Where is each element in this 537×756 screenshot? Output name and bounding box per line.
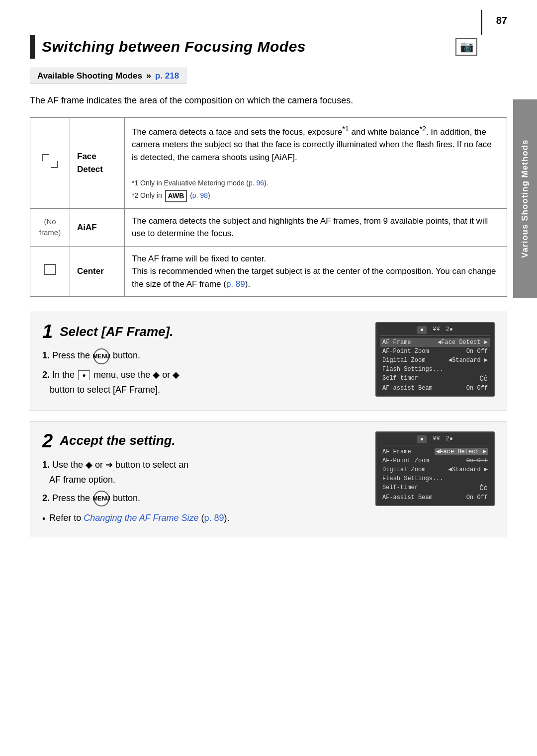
screen1-row-flash: Flash Settings... — [380, 365, 490, 374]
page-number-line — [481, 10, 482, 35]
screen2-tab-camera: ● — [417, 435, 427, 443]
table-name-center: Center — [70, 246, 125, 297]
step2-instruction1: 1. Use the ◆ or ➔ button to select an AF… — [42, 457, 365, 488]
screen1-row-afframe: AF Frame ◄Face Detect ► — [380, 338, 490, 347]
screen1-row-selftimer: Self-timer Ċċ — [380, 374, 490, 384]
step1-left: 1 Select [AF Frame]. 1. Press the MENU b… — [42, 322, 365, 400]
screen1-row-digitalzoom: Digital Zoom ◄Standard ► — [380, 356, 490, 365]
step2-bullet: • Refer to Changing the AF Frame Size (p… — [42, 510, 365, 527]
step2-content: 1. Use the ◆ or ➔ button to select an AF… — [42, 457, 365, 527]
menu-button-icon2: MENU — [93, 491, 109, 506]
camera-dot-icon: ● — [78, 370, 90, 380]
screen1-header: ● ¥¥ 2● — [380, 326, 490, 336]
table-icon-face-detect — [30, 118, 70, 209]
page-number: 87 — [496, 15, 507, 26]
intro-paragraph: The AF frame indicates the area of the c… — [30, 94, 507, 107]
or-text: or — [162, 370, 170, 380]
screen2-row-afzoom: AF-Point Zoom On Off — [380, 456, 490, 465]
screen2-row-selftimer: Self-timer Ċċ — [380, 483, 490, 493]
step2-page-link[interactable]: p. 89 — [204, 513, 224, 523]
screen1-row-afzoom: AF-Point Zoom On Off — [380, 347, 490, 356]
screen2-header: ● ¥¥ 2● — [380, 435, 490, 445]
screen1-tab-camera: ● — [417, 326, 427, 334]
camera-icon-box: 📷 — [455, 38, 477, 56]
modes-bar-arrow: » — [146, 71, 151, 81]
awb-icon: AWB — [165, 190, 187, 202]
step1-number: 1 — [42, 322, 53, 341]
menu-button-icon: MENU — [93, 348, 109, 364]
modes-bar-link[interactable]: p. 218 — [155, 71, 179, 81]
screen2-row-afbeam: AF-assist Beam On Off — [380, 493, 490, 502]
screen1-row-afbeam: AF-assist Beam On Off — [380, 384, 490, 393]
screen2-row-afframe: AF Frame ◄Face Detect ► — [380, 447, 490, 456]
screen1-tab-settings: ¥¥ — [433, 326, 440, 334]
step2-section: 2 Accept the setting. 1. Use the ◆ or ➔ … — [30, 421, 507, 537]
step2-screen-container: ● ¥¥ 2● AF Frame ◄Face Detect ► AF-Point… — [375, 431, 495, 527]
step1-instruction2: 2. In the ● menu, use the ◆ or ◆ button … — [42, 367, 365, 398]
table-row: (No frame) AiAF The camera detects the s… — [30, 208, 507, 246]
bracket-icon — [42, 154, 58, 168]
table-desc-face-detect: The camera detects a face and sets the f… — [125, 118, 507, 209]
screen2-row-digitalzoom: Digital Zoom ◄Standard ► — [380, 465, 490, 474]
face-detect-note2: *2 Only in AWB (p. 98) — [132, 191, 210, 199]
table-name-aiaf: AiAF — [70, 208, 125, 246]
screen2-tab-scene: 2● — [446, 435, 453, 443]
modes-bar: Available Shooting Modes » p. 218 — [30, 68, 186, 84]
page-title: Switching between Focusing Modes — [42, 38, 306, 55]
step1-title: Select [AF Frame]. — [60, 324, 173, 339]
title-bar — [30, 35, 35, 59]
table-row: FaceDetect The camera detects a face and… — [30, 118, 507, 209]
changing-af-frame-link[interactable]: Changing the AF Frame Size — [84, 513, 198, 523]
page-container: 87 Various Shooting Methods Switching be… — [0, 0, 537, 756]
step1-section: 1 Select [AF Frame]. 1. Press the MENU b… — [30, 312, 507, 411]
step1-instruction1: 1. Press the MENU button. — [42, 348, 365, 364]
title-section: Switching between Focusing Modes 📷 — [30, 35, 507, 59]
table-desc-center: The AF frame will be fixed to center. Th… — [125, 246, 507, 297]
step2-camera-screen: ● ¥¥ 2● AF Frame ◄Face Detect ► AF-Point… — [375, 431, 495, 506]
sidebar-label: Various Shooting Methods — [513, 99, 537, 298]
center-frame-icon — [44, 264, 56, 275]
table-name-face-detect: FaceDetect — [70, 118, 125, 209]
step2-title: Accept the setting. — [60, 433, 176, 448]
bullet-dot: • — [42, 511, 45, 527]
step2-bullet-text: Refer to Changing the AF Frame Size (p. … — [49, 510, 229, 527]
center-link[interactable]: p. 89 — [226, 279, 245, 289]
face-detect-note1: *1 Only in Evaluative Metering mode (p. … — [132, 179, 268, 187]
camera-icon: 📷 — [460, 40, 473, 53]
step2-left: 2 Accept the setting. 1. Use the ◆ or ➔ … — [42, 431, 365, 527]
step1-header: 1 Select [AF Frame]. — [42, 322, 365, 341]
step1-content: 1. Press the MENU button. 2. In the ● me… — [42, 348, 365, 397]
step2-instruction2: 2. Press the MENU button. — [42, 491, 365, 506]
screen2-tab-settings: ¥¥ — [433, 435, 440, 443]
screen1-tab-scene: 2● — [446, 326, 453, 334]
step1-screen-container: ● ¥¥ 2● AF Frame ◄Face Detect ► AF-Point… — [375, 322, 495, 400]
focus-table: FaceDetect The camera detects a face and… — [30, 117, 507, 297]
screen2-row-flash: Flash Settings... — [380, 474, 490, 483]
modes-bar-label: Available Shooting Modes — [37, 71, 142, 81]
table-icon-center — [30, 246, 70, 297]
step1-camera-screen: ● ¥¥ 2● AF Frame ◄Face Detect ► AF-Point… — [375, 322, 495, 397]
table-icon-aiaf: (No frame) — [30, 208, 70, 246]
table-desc-aiaf: The camera detects the subject and highl… — [125, 208, 507, 246]
step2-number: 2 — [42, 431, 53, 450]
step2-header: 2 Accept the setting. — [42, 431, 365, 450]
table-row: Center The AF frame will be fixed to cen… — [30, 246, 507, 297]
